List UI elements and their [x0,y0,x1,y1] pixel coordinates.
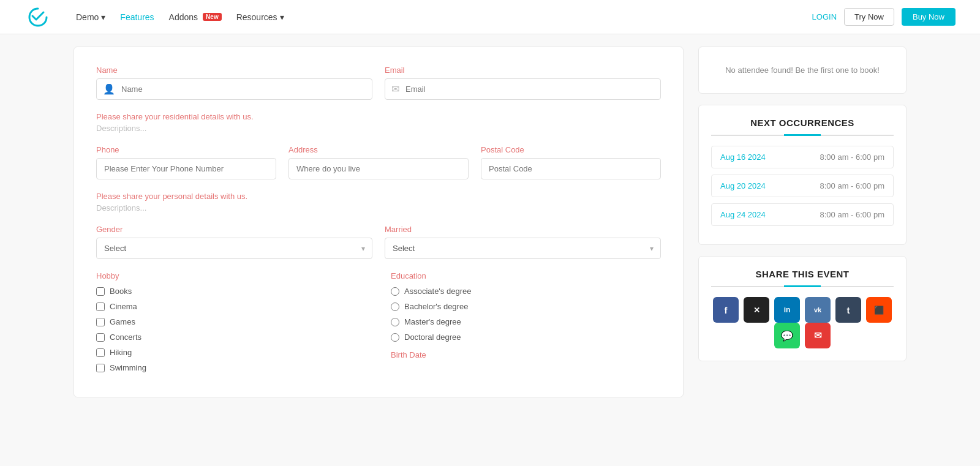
name-email-row: Name 👤 Email ✉ [96,66,661,100]
hobby-books: Books [96,287,366,296]
occurrence-3: Aug 24 2024 8:00 am - 6:00 pm [711,203,894,226]
bachelor-label: Bachelor's degree [404,302,468,311]
address-label: Address [288,145,469,154]
residential-desc: Descriptions... [96,124,661,133]
edu-master: Master's degree [391,317,661,326]
married-group: Married Select Yes No [385,225,661,259]
main-layout: Name 👤 Email ✉ Please share your residen… [61,34,919,410]
name-group: Name 👤 [96,66,372,100]
share-title: SHARE THIS EVENT [711,269,894,279]
hobby-swimming: Swimming [96,363,366,372]
books-checkbox[interactable] [96,287,105,296]
books-label: Books [110,287,132,296]
phone-input[interactable] [96,158,276,179]
navbar: Demo ▾ Features Addons New Resources ▾ L… [0,0,980,34]
gender-select[interactable]: Select Male Female Other [96,238,372,259]
name-label: Name [96,66,372,75]
nav-features[interactable]: Features [120,12,154,22]
cinema-checkbox[interactable] [96,303,105,311]
occ-date-1[interactable]: Aug 16 2024 [720,152,766,162]
envelope-icon: ✉ [391,83,399,95]
twitter-share-button[interactable]: ✕ [744,297,769,323]
occurrences-card: NEXT OCCURRENCES Aug 16 2024 8:00 am - 6… [698,105,907,245]
phone-group: Phone [96,145,276,179]
tumblr-share-button[interactable]: t [835,297,861,323]
master-radio[interactable] [391,318,399,326]
share-icons: f ✕ in vk t ⬛ [711,297,894,323]
cinema-label: Cinema [110,302,137,311]
whatsapp-share-button[interactable]: 💬 [774,323,800,348]
edu-associate: Associate's degree [391,287,661,296]
vk-share-button[interactable]: vk [805,297,831,323]
logo[interactable] [24,4,51,31]
hobby-label: Hobby [96,271,366,280]
email-share-button[interactable]: ✉ [805,323,831,348]
nav-addons[interactable]: Addons New [169,12,222,22]
address-row: Phone Address Postal Code [96,145,661,179]
occ-time-1: 8:00 am - 6:00 pm [820,152,885,162]
hobby-col: Hobby Books Cinema Games Concerts [96,271,366,378]
postal-group: Postal Code [481,145,661,179]
gender-group: Gender Select Male Female Other [96,225,372,259]
hobby-games: Games [96,317,366,326]
postal-input[interactable] [481,158,661,179]
residential-notice: Please share your residential details wi… [96,112,661,121]
doctoral-radio[interactable] [391,333,399,342]
occurrence-2: Aug 20 2024 8:00 am - 6:00 pm [711,175,894,197]
address-input[interactable] [288,158,469,179]
doctoral-label: Doctoral degree [404,333,461,342]
associate-label: Associate's degree [404,287,471,296]
facebook-share-button[interactable]: f [713,297,739,323]
new-badge: New [203,13,222,21]
gender-select-wrap: Select Male Female Other [96,238,372,259]
try-button[interactable]: Try Now [844,8,894,26]
occ-time-2: 8:00 am - 6:00 pm [820,181,885,190]
nav-demo[interactable]: Demo ▾ [76,12,105,22]
occ-time-3: 8:00 am - 6:00 pm [820,210,885,219]
email-input[interactable] [402,79,654,99]
associate-radio[interactable] [391,287,399,296]
buy-button[interactable]: Buy Now [902,8,956,26]
email-group: Email ✉ [385,66,661,100]
login-button[interactable]: LOGIN [812,12,837,21]
hobby-hiking: Hiking [96,348,366,357]
edu-doctoral: Doctoral degree [391,333,661,342]
gender-married-row: Gender Select Male Female Other Married … [96,225,661,259]
edu-bachelor: Bachelor's degree [391,302,661,311]
chevron-down-icon: ▾ [280,12,284,22]
occurrence-1: Aug 16 2024 8:00 am - 6:00 pm [711,146,894,168]
concerts-label: Concerts [110,333,141,342]
email-label: Email [385,66,661,75]
nav-resources[interactable]: Resources ▾ [236,12,284,22]
birth-date-label: Birth Date [391,350,661,359]
swimming-checkbox[interactable] [96,364,105,372]
concerts-checkbox[interactable] [96,333,105,342]
linkedin-share-button[interactable]: in [774,297,800,323]
email-input-wrap: ✉ [385,78,661,100]
share-icons-row2: 💬 ✉ [711,323,894,348]
occ-date-3[interactable]: Aug 24 2024 [720,210,766,219]
hiking-label: Hiking [110,348,132,357]
no-attendee-card: No attendee found! Be the first one to b… [698,47,907,94]
form-panel: Name 👤 Email ✉ Please share your residen… [74,47,684,397]
married-label: Married [385,225,661,234]
personal-notice: Please share your personal details with … [96,192,661,201]
nav-menu: Demo ▾ Features Addons New Resources ▾ [76,12,812,22]
reddit-share-button[interactable]: ⬛ [866,297,892,323]
address-group: Address [288,145,469,179]
games-checkbox[interactable] [96,318,105,326]
occ-date-2[interactable]: Aug 20 2024 [720,181,766,190]
married-select[interactable]: Select Yes No [385,238,661,259]
bachelor-radio[interactable] [391,303,399,311]
postal-label: Postal Code [481,145,661,154]
hobby-education-row: Hobby Books Cinema Games Concerts [96,271,661,378]
games-label: Games [110,317,135,326]
swimming-label: Swimming [110,363,146,372]
sidebar-panel: No attendee found! Be the first one to b… [698,47,907,397]
married-select-wrap: Select Yes No [385,238,661,259]
hiking-checkbox[interactable] [96,348,105,357]
education-col: Education Associate's degree Bachelor's … [391,271,661,378]
phone-label: Phone [96,145,276,154]
name-input[interactable] [118,79,366,99]
gender-label: Gender [96,225,372,234]
